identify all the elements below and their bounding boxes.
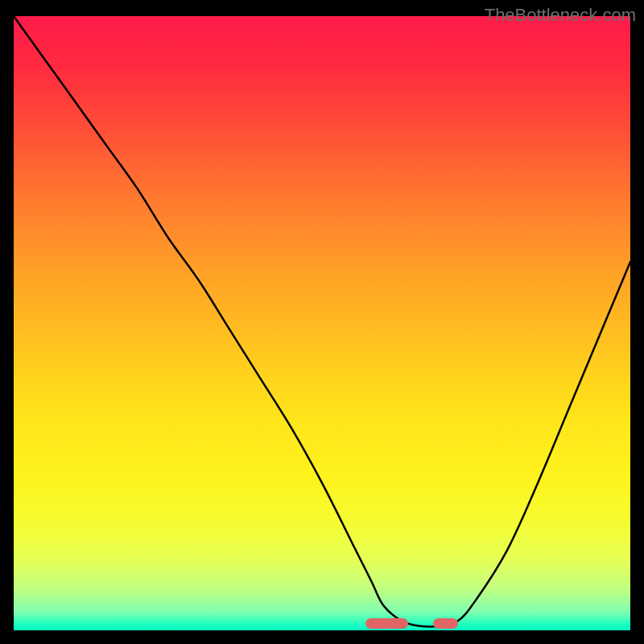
plot-gradient-area: [14, 16, 630, 630]
watermark-text: TheBottleneck.com: [485, 5, 636, 26]
chart-container: TheBottleneck.com: [0, 0, 644, 644]
optimal-range-marker-right: [433, 618, 458, 629]
optimal-range-marker-left: [365, 618, 409, 629]
